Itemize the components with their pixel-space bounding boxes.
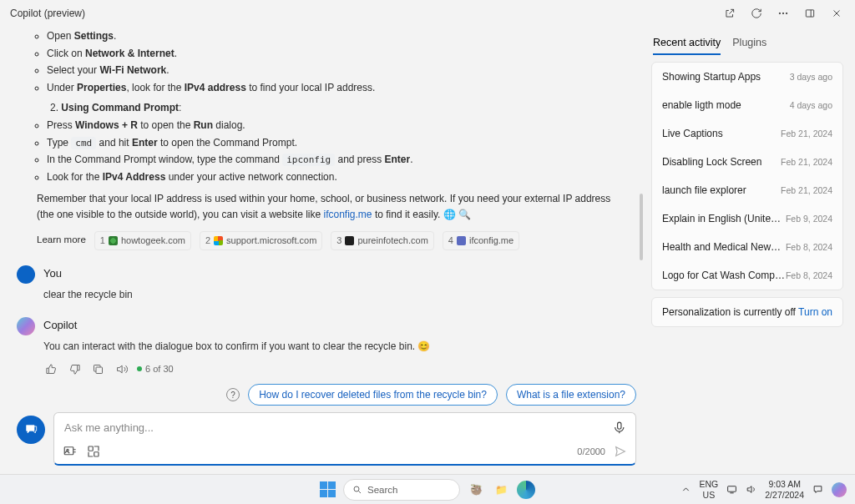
favicon-icon xyxy=(345,236,354,245)
favicon-icon xyxy=(214,236,223,245)
learn-more-label: Learn more xyxy=(37,233,86,248)
source-link[interactable]: 1howtogeek.com xyxy=(94,231,191,250)
svg-point-1 xyxy=(782,13,783,13)
new-topic-button[interactable] xyxy=(17,416,45,444)
personalization-card: Personalization is currently off Turn on xyxy=(651,297,843,327)
cast-icon[interactable] xyxy=(726,484,737,495)
volume-icon[interactable] xyxy=(746,484,756,495)
copilot-message: Copilot You can interact with the dialog… xyxy=(17,317,626,355)
titlebar: Copilot (preview) xyxy=(0,0,855,27)
copilot-avatar xyxy=(17,317,35,335)
open-external-icon[interactable] xyxy=(718,3,741,23)
cmd-substeps: Press Windows + R to open the Run dialog… xyxy=(17,118,626,184)
svg-rect-4 xyxy=(96,367,103,374)
personalization-toggle[interactable]: Turn on xyxy=(798,306,832,318)
suggestions-row: ? How do I recover deleted files from th… xyxy=(17,379,636,412)
svg-rect-9 xyxy=(94,452,99,456)
clock[interactable]: 9:03 AM2/27/2024 xyxy=(765,479,804,499)
system-tray: ENGUS 9:03 AM2/27/2024 xyxy=(680,479,855,499)
copilot-name: Copilot xyxy=(43,317,430,334)
taskbar: Search 🦥 📁 ENGUS 9:03 AM2/27/2024 xyxy=(0,474,855,504)
copilot-text: You can interact with the dialogue box t… xyxy=(43,339,430,355)
favicon-icon xyxy=(109,236,118,245)
source-link[interactable]: 4ifconfig.me xyxy=(443,231,519,250)
taskbar-search[interactable]: Search xyxy=(343,479,460,501)
svg-point-0 xyxy=(779,13,780,13)
taskbar-app-icon[interactable]: 🦥 xyxy=(467,481,485,499)
step-2: 2. Using Command Prompt: xyxy=(17,100,626,116)
mic-icon[interactable] xyxy=(612,421,627,436)
start-button[interactable] xyxy=(320,481,336,498)
chat-scroll[interactable]: Open Settings. Click on Network & Intern… xyxy=(17,27,636,379)
window-controls xyxy=(718,3,848,23)
recent-item[interactable]: launch file explorerFeb 21, 2024 xyxy=(652,176,842,204)
favicon-icon xyxy=(457,236,466,245)
char-counter: 0/2000 xyxy=(577,445,627,458)
svg-rect-3 xyxy=(806,10,813,17)
suggestion-chip[interactable]: How do I recover deleted files from the … xyxy=(248,384,498,406)
more-icon[interactable] xyxy=(772,3,795,23)
user-name: You xyxy=(43,265,133,282)
copilot-tray-icon[interactable] xyxy=(832,482,847,497)
input-area: 0/2000 xyxy=(17,412,636,474)
recent-item[interactable]: Logo for Cat Wash CompanyFeb 8, 2024 xyxy=(652,261,842,290)
step-counter: 6 of 30 xyxy=(137,362,174,376)
chevron-up-icon[interactable] xyxy=(680,484,691,495)
recent-list: Showing Startup Apps3 days ago enable li… xyxy=(651,62,843,290)
image-search-icon[interactable] xyxy=(63,444,78,459)
tab-plugins[interactable]: Plugins xyxy=(732,37,766,55)
language-indicator[interactable]: ENGUS xyxy=(700,479,719,499)
svg-point-10 xyxy=(354,486,359,491)
personalization-status: Personalization is currently off xyxy=(662,306,796,318)
scrollbar[interactable] xyxy=(640,194,643,260)
file-explorer-icon[interactable]: 📁 xyxy=(492,481,510,499)
svg-rect-8 xyxy=(89,446,93,451)
notifications-icon[interactable] xyxy=(812,484,823,495)
settings-substeps: Open Settings. Click on Network & Intern… xyxy=(17,28,626,95)
svg-point-2 xyxy=(786,13,787,13)
ifconfig-link[interactable]: ifconfig.me xyxy=(324,209,372,220)
prompt-box: 0/2000 xyxy=(53,412,636,466)
tab-recent[interactable]: Recent activity xyxy=(653,37,721,55)
message-actions: 6 of 30 xyxy=(17,361,626,376)
window-title: Copilot (preview) xyxy=(10,8,85,19)
suggestion-chip[interactable]: What is a file extension? xyxy=(506,384,636,406)
user-message: You clear the recycle bin xyxy=(17,265,626,303)
plugin-icon[interactable] xyxy=(86,444,101,459)
side-panel: Recent activity Plugins Showing Startup … xyxy=(646,27,855,474)
send-icon[interactable] xyxy=(614,445,627,458)
recent-item[interactable]: enable ligth mode4 days ago xyxy=(652,91,842,119)
prompt-input[interactable] xyxy=(63,418,612,437)
svg-rect-11 xyxy=(728,486,736,492)
refresh-icon[interactable] xyxy=(745,3,768,23)
recent-item[interactable]: Health and Medical News UpdatesFeb 8, 20… xyxy=(652,233,842,261)
close-icon[interactable] xyxy=(825,3,848,23)
source-link[interactable]: 3pureinfotech.com xyxy=(331,231,434,250)
svg-rect-5 xyxy=(618,422,621,429)
recent-item[interactable]: Live CaptionsFeb 21, 2024 xyxy=(652,119,842,148)
copy-icon[interactable] xyxy=(90,361,105,376)
recent-item[interactable]: Showing Startup Apps3 days ago xyxy=(652,63,842,91)
help-icon[interactable]: ? xyxy=(226,388,240,401)
dock-icon[interactable] xyxy=(798,3,822,23)
side-tabs: Recent activity Plugins xyxy=(651,33,843,55)
read-aloud-icon[interactable] xyxy=(114,361,129,376)
edge-icon[interactable] xyxy=(517,481,535,499)
recent-item[interactable]: Explain in English (United States): LTPO… xyxy=(652,204,842,233)
recent-item[interactable]: Disabling Lock ScreenFeb 21, 2024 xyxy=(652,148,842,176)
user-text: clear the recycle bin xyxy=(43,287,133,303)
user-avatar xyxy=(17,265,35,284)
learn-more-row: Learn more 1howtogeek.com 2support.micro… xyxy=(17,231,626,250)
thumbs-down-icon[interactable] xyxy=(67,361,82,376)
thumbs-up-icon[interactable] xyxy=(43,361,58,376)
closing-paragraph: Remember that your local IP address is u… xyxy=(17,191,626,222)
source-link[interactable]: 2support.microsoft.com xyxy=(200,231,322,250)
